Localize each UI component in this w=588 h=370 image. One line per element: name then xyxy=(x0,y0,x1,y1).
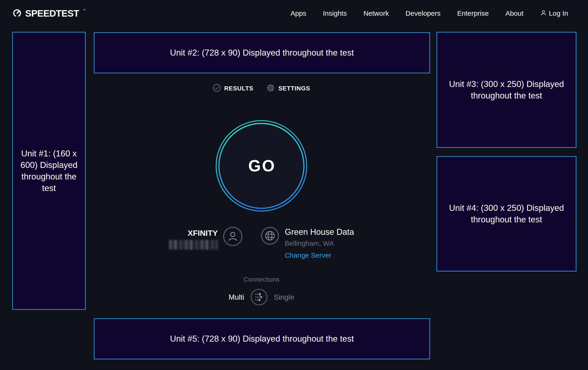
server-info: Green House Data Bellingham, WA Change S… xyxy=(261,227,354,259)
connection-info-row: XFINITY xyxy=(169,227,354,259)
change-server-link[interactable]: Change Server xyxy=(285,251,331,259)
ad-unit-2[interactable]: Unit #2: (728 x 90) Displayed throughout… xyxy=(94,32,430,73)
ad-unit-4[interactable]: Unit #4: (300 x 250) Displayed throughou… xyxy=(437,156,577,271)
navbar: SPEEDTEST ™ Apps Insights Network Develo… xyxy=(0,0,588,27)
login-label: Log In xyxy=(549,10,568,17)
check-circle-icon xyxy=(213,84,221,93)
go-button-label: GO xyxy=(215,120,308,212)
speedtest-page: SPEEDTEST ™ Apps Insights Network Develo… xyxy=(0,0,588,370)
ad-unit-3-text: Unit #3: (300 x 250) Displayed throughou… xyxy=(446,79,567,101)
nav-item-about[interactable]: About xyxy=(505,10,523,17)
gear-icon xyxy=(266,83,275,93)
ad-unit-5[interactable]: Unit #5: (728 x 90) Displayed throughout… xyxy=(94,318,430,359)
tab-settings-label: SETTINGS xyxy=(278,85,310,92)
tab-settings[interactable]: SETTINGS xyxy=(266,83,310,93)
tab-results[interactable]: RESULTS xyxy=(213,84,253,93)
ad-unit-3[interactable]: Unit #3: (300 x 250) Displayed throughou… xyxy=(437,32,577,148)
ad-unit-1[interactable]: Unit #1: (160 x 600) Displayed throughou… xyxy=(12,32,86,310)
ad-unit-5-text: Unit #5: (728 x 90) Displayed throughout… xyxy=(170,333,354,345)
connections-title: Connections xyxy=(229,276,294,283)
ad-unit-1-text: Unit #1: (160 x 600) Displayed throughou… xyxy=(19,148,79,194)
ad-unit-2-text: Unit #2: (728 x 90) Displayed throughout… xyxy=(170,47,354,59)
connections-toggle-icon[interactable] xyxy=(250,288,268,306)
nav-item-insights[interactable]: Insights xyxy=(323,10,347,17)
nav-item-enterprise[interactable]: Enterprise xyxy=(457,10,489,17)
nav-item-apps[interactable]: Apps xyxy=(291,10,306,17)
nav-item-developers[interactable]: Developers xyxy=(406,10,441,17)
go-button[interactable]: GO xyxy=(215,120,308,212)
nav-menu: Apps Insights Network Developers Enterpr… xyxy=(291,10,568,18)
speedometer-gauge-icon xyxy=(12,8,22,19)
connections-section: Connections Multi Single xyxy=(229,276,294,306)
tabs-bar: RESULTS xyxy=(213,83,310,93)
ad-unit-4-text: Unit #4: (300 x 250) Displayed throughou… xyxy=(446,202,567,225)
server-name: Green House Data xyxy=(285,227,354,237)
login-button[interactable]: Log In xyxy=(540,10,568,18)
user-icon xyxy=(540,10,547,18)
logo-wordmark: SPEEDTEST xyxy=(25,8,79,19)
globe-circle-icon xyxy=(261,227,279,246)
isp-info: XFINITY xyxy=(169,227,243,250)
user-circle-icon xyxy=(223,227,243,247)
nav-item-network[interactable]: Network xyxy=(364,10,389,17)
isp-name: XFINITY xyxy=(169,228,218,238)
connections-multi-option[interactable]: Multi xyxy=(229,293,244,301)
isp-ip-redacted xyxy=(169,240,218,250)
speedtest-logo[interactable]: SPEEDTEST ™ xyxy=(12,8,85,19)
logo-trademark: ™ xyxy=(83,9,86,12)
connections-single-option[interactable]: Single xyxy=(274,293,294,301)
tab-results-label: RESULTS xyxy=(224,85,253,92)
server-location: Bellingham, WA xyxy=(285,240,354,247)
